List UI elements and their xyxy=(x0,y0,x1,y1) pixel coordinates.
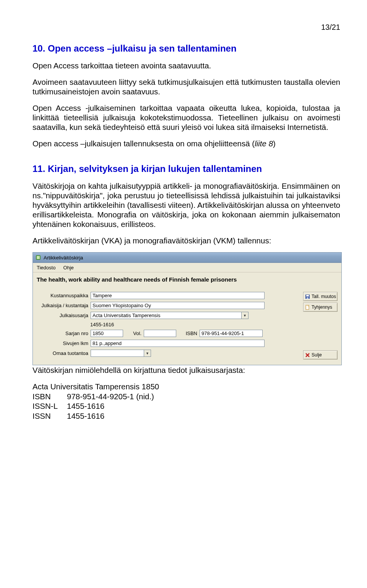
issn-static: 1455-1616 xyxy=(37,322,299,327)
label-julkaisusarja: Julkaisusarja xyxy=(37,313,91,318)
input-julkaisija[interactable] xyxy=(91,302,265,309)
section-10-para-4-suffix: ) xyxy=(273,139,276,148)
new-doc-icon xyxy=(305,305,310,310)
close-button[interactable]: Sulje xyxy=(303,350,338,360)
menu-file[interactable]: Tiedosto xyxy=(33,264,59,272)
section-10-para-2: Avoimeen saatavuuteen liittyy sekä tutki… xyxy=(32,77,340,96)
dropdown-omaa-tuotantoa[interactable]: ▼ xyxy=(144,350,151,357)
dropdown-julkaisusarja[interactable]: ▼ xyxy=(242,312,248,319)
input-isbn[interactable] xyxy=(200,330,263,337)
input-vol[interactable] xyxy=(144,330,176,337)
record-headline: The health, work ability and healthcare … xyxy=(33,272,341,285)
label-vol: Vol. xyxy=(123,330,144,336)
label-isbn: ISBN xyxy=(176,330,200,336)
app-window: Artikkeliväitöskirja Tiedosto Ohje The h… xyxy=(32,252,342,365)
liite-8-link: liite 8 xyxy=(255,139,273,148)
menu-help[interactable]: Ohje xyxy=(59,264,77,272)
save-button-label: Tall. muutos xyxy=(312,294,336,299)
svg-rect-4 xyxy=(307,297,309,299)
close-button-label: Sulje xyxy=(312,352,322,358)
input-kustannuspaikka[interactable] xyxy=(91,292,265,299)
series-line-3: ISSN-L1455-1616 xyxy=(32,401,340,411)
menubar: Tiedosto Ohje xyxy=(33,263,341,272)
section-10-para-4-prefix: Open access –julkaisujen tallennuksesta … xyxy=(32,139,255,148)
clear-button[interactable]: Tyhjennys xyxy=(303,303,338,312)
close-icon xyxy=(305,353,310,358)
series-line-1: Acta Universitatis Tamperensis 1850 xyxy=(32,382,340,392)
form-area: Kustannuspaikka Julkaisija / kustantaja … xyxy=(37,292,299,360)
label-kustannuspaikka: Kustannuspaikka xyxy=(37,293,91,298)
floppy-icon xyxy=(305,294,310,299)
page-number: 13/21 xyxy=(32,23,340,32)
label-omaa-tuotantoa: Omaa tuotantoa xyxy=(37,350,91,356)
svg-rect-1 xyxy=(37,256,40,259)
input-sarjan-nro[interactable] xyxy=(91,330,123,337)
titlebar: Artikkeliväitöskirja xyxy=(33,253,341,263)
input-julkaisusarja[interactable] xyxy=(91,312,242,319)
clear-button-label: Tyhjennys xyxy=(312,305,332,310)
label-sivujen-lkm: Sivujen lkm xyxy=(37,340,91,346)
app-icon xyxy=(35,254,41,261)
input-sivujen-lkm[interactable] xyxy=(91,340,265,347)
section-10-para-3: Open Access -julkaiseminen tarkoittaa va… xyxy=(32,103,340,132)
input-omaa-tuotantoa[interactable] xyxy=(91,350,144,357)
below-line: Väitöskirjan nimiölehdellä on kirjattuna… xyxy=(32,365,340,375)
section-10-heading: 10. Open access –julkaisu ja sen tallent… xyxy=(32,43,340,54)
section-11-para-1: Väitöskirjoja on kahta julkaisutyyppiä a… xyxy=(32,181,340,229)
section-11-para-2: Artikkeliväitöskirjan (VKA) ja monografi… xyxy=(32,236,340,245)
series-line-2: ISBN978-951-44-9205-1 (nid.) xyxy=(32,392,340,402)
label-sarjan-nro: Sarjan nro xyxy=(37,330,91,336)
titlebar-text: Artikkeliväitöskirja xyxy=(44,255,83,261)
save-button[interactable]: Tall. muutos xyxy=(303,292,338,301)
section-10-para-4: Open access –julkaisujen tallennuksesta … xyxy=(32,139,340,148)
section-11-heading: 11. Kirjan, selvityksen ja kirjan lukuje… xyxy=(32,164,340,174)
svg-rect-5 xyxy=(306,305,309,309)
series-info-block: Acta Universitatis Tamperensis 1850 ISBN… xyxy=(32,382,340,421)
label-julkaisija: Julkaisija / kustantaja xyxy=(37,303,91,308)
series-line-4: ISSN1455-1616 xyxy=(32,411,340,421)
svg-rect-3 xyxy=(306,295,309,296)
section-10-para-1: Open Access tarkoittaa tieteen avointa s… xyxy=(32,61,340,70)
